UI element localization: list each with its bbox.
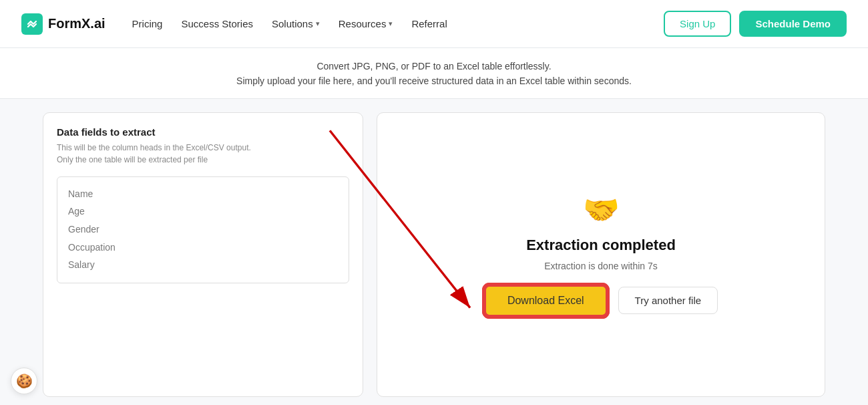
logo-icon xyxy=(21,13,43,35)
sub-header-line2: Simply upload your file here, and you'll… xyxy=(0,74,868,88)
nav-referral[interactable]: Referral xyxy=(411,18,447,29)
fields-box: Name Age Gender Occupation Salary xyxy=(57,176,349,283)
extraction-subtitle: Extraction is done within 7s xyxy=(544,261,658,271)
nav-pricing[interactable]: Pricing xyxy=(132,18,163,29)
field-gender: Gender xyxy=(68,221,338,239)
handshake-icon: 🤝 xyxy=(583,192,620,227)
main-nav: Pricing Success Stories Solutions ▾ Reso… xyxy=(132,18,664,29)
nav-resources[interactable]: Resources ▾ xyxy=(339,18,393,29)
try-another-file-button[interactable]: Try another file xyxy=(618,287,718,314)
logo[interactable]: FormX.ai xyxy=(21,13,105,35)
main-area: Data fields to extract This will be the … xyxy=(43,112,825,397)
field-occupation: Occupation xyxy=(68,239,338,257)
schedule-demo-button[interactable]: Schedule Demo xyxy=(739,11,847,37)
header-actions: Sign Up Schedule Demo xyxy=(664,11,847,37)
resources-chevron-icon: ▾ xyxy=(389,19,393,28)
signup-button[interactable]: Sign Up xyxy=(664,11,731,37)
download-excel-button[interactable]: Download Excel xyxy=(484,285,608,317)
field-age: Age xyxy=(68,202,338,221)
sub-header: Convert JPG, PNG, or PDF to an Excel tab… xyxy=(0,48,868,99)
logo-text: FormX.ai xyxy=(48,16,105,31)
solutions-chevron-icon: ▾ xyxy=(316,19,320,28)
nav-solutions[interactable]: Solutions ▾ xyxy=(272,18,320,29)
extraction-title: Extraction completed xyxy=(526,237,676,254)
header: FormX.ai Pricing Success Stories Solutio… xyxy=(0,0,868,48)
panel-title: Data fields to extract xyxy=(57,126,349,138)
field-salary: Salary xyxy=(68,256,338,274)
field-name: Name xyxy=(68,185,338,203)
action-buttons: Download Excel Try another file xyxy=(484,285,718,317)
left-panel: Data fields to extract This will be the … xyxy=(43,112,363,397)
nav-success-stories[interactable]: Success Stories xyxy=(181,18,253,29)
main-content: Data fields to extract This will be the … xyxy=(0,99,868,405)
right-panel: 🤝 Extraction completed Extraction is don… xyxy=(377,112,825,397)
sub-header-line1: Convert JPG, PNG, or PDF to an Excel tab… xyxy=(0,59,868,74)
panel-subtitle: This will be the column heads in the Exc… xyxy=(57,142,349,166)
cookie-button[interactable]: 🍪 xyxy=(11,368,37,394)
